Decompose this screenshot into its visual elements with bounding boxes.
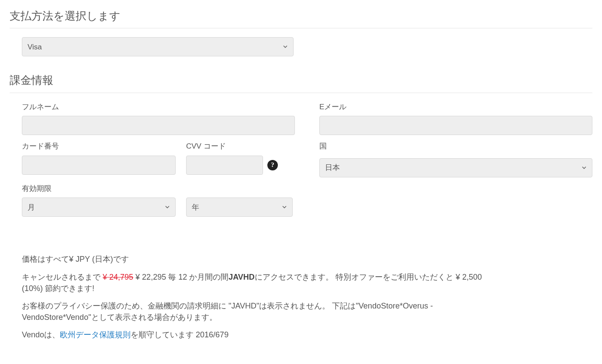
card-number-input[interactable] — [22, 156, 176, 175]
cvv-input[interactable] — [186, 156, 263, 175]
cvv-help-icon[interactable]: ? — [267, 160, 278, 170]
payment-method-select[interactable]: Visa — [22, 37, 294, 56]
brand-name: JAVHD — [228, 273, 255, 281]
expiry-year-select[interactable]: 年 — [186, 198, 293, 217]
email-input[interactable] — [319, 116, 592, 135]
full-name-label: フルネーム — [22, 102, 295, 113]
billing-info-title: 課金情報 — [10, 72, 592, 93]
country-select[interactable]: 日本 — [319, 158, 592, 177]
gdpr-note: Vendoは、欧州データ保護規則を順守しています 2016/679 — [22, 329, 580, 340]
full-name-input[interactable] — [22, 116, 295, 135]
expiry-month-wrap: 月 — [22, 198, 176, 217]
expiry-label: 有効期限 — [22, 184, 295, 194]
email-label: Eメール — [319, 102, 592, 113]
payment-method-title: 支払方法を選択します — [10, 8, 592, 28]
payment-method-select-wrap: Visa — [22, 37, 294, 56]
fineprint: 価格はすべて¥ JPY (日本)です キャンセルされるまで ¥ 24,795 ¥… — [10, 253, 592, 340]
country-label: 国 — [319, 141, 592, 152]
privacy-note: お客様のプライバシー保護のため、金融機関の請求明細に "JAVHD"は表示されま… — [22, 300, 580, 323]
pricing-note: キャンセルされるまで ¥ 24,795 ¥ 22,295 毎 12 か月間の間J… — [22, 271, 580, 294]
expiry-year-wrap: 年 — [186, 198, 293, 217]
card-number-label: カード番号 — [22, 141, 176, 152]
gdpr-link[interactable]: 欧州データ保護規則 — [60, 330, 131, 339]
cvv-label: CVV コード — [186, 141, 278, 152]
country-select-wrap: 日本 — [319, 158, 592, 177]
currency-note: 価格はすべて¥ JPY (日本)です — [22, 253, 580, 265]
expiry-month-select[interactable]: 月 — [22, 198, 176, 217]
old-price: ¥ 24,795 — [103, 273, 133, 281]
